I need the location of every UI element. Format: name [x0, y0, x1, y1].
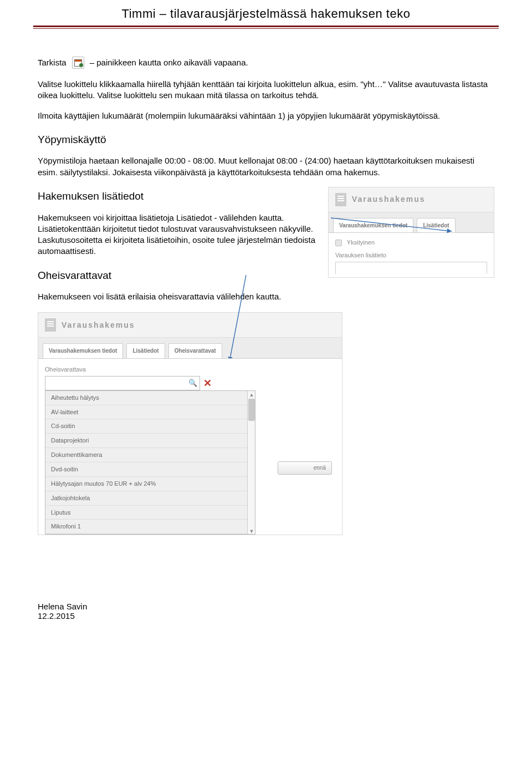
list-item[interactable]: Dataprojektori	[45, 434, 255, 448]
oheisvarattava-label: Oheisvarattava	[45, 365, 335, 374]
list-item[interactable]: Hälytysajan muutos 70 EUR + alv 24%	[45, 477, 255, 491]
author-name: Helena Savin	[38, 602, 532, 611]
intro-paragraph-1: Valitse luokittelu klikkaamalla hiirellä…	[38, 79, 494, 101]
tarkista-row: Tarkista – painikkeen kautta onko aikavä…	[38, 57, 494, 69]
tab-oheisvarattavat[interactable]: Oheisvarattavat	[168, 343, 222, 358]
oheisvarattava-combobox[interactable]: 🔍	[45, 376, 200, 390]
chevron-down-icon[interactable]: ▼	[249, 528, 254, 533]
yksityinen-checkbox[interactable]	[335, 240, 342, 246]
search-icon[interactable]: 🔍	[188, 379, 197, 388]
tab-varaushakemuksen-tiedot[interactable]: Varaushakemuksen tiedot	[43, 343, 123, 358]
list-item[interactable]: Cd-soitin	[45, 419, 255, 434]
panel-title: Varaushakemus	[62, 320, 135, 330]
clear-icon[interactable]: ✕	[203, 377, 212, 390]
footer-date: 12.2.2015	[38, 611, 532, 621]
list-item[interactable]: Aiheutettu hälytys	[45, 391, 255, 405]
yopymiskaytto-heading: Yöpymiskäyttö	[38, 133, 494, 147]
document-icon	[45, 318, 56, 332]
tab-lisatiedot[interactable]: Lisätiedot	[126, 343, 165, 358]
list-item[interactable]: Liputus	[45, 506, 255, 520]
tab-varaushakemuksen-tiedot[interactable]: Varaushakemuksen tiedot	[333, 218, 413, 233]
intro-paragraph-2: Ilmoita käyttäjien lukumäärät (molempiin…	[38, 110, 494, 121]
calendar-check-icon[interactable]	[72, 57, 84, 69]
yksityinen-label: Yksityinen	[347, 239, 375, 246]
oheisvarattavat-paragraph: Hakemukseen voi lisätä erilaisia oheisva…	[38, 291, 494, 302]
tarkista-after: – painikkeen kautta onko aikaväli vapaan…	[90, 57, 248, 68]
tarkista-label: Tarkista	[38, 57, 66, 68]
varaushakemus-panel-lisatiedot: Varaushakemus Varaushakemuksen tiedot Li…	[328, 187, 494, 278]
varauksen-lisatieto-label: Varauksen lisätieto	[335, 251, 487, 260]
list-item[interactable]: Jatkojohtokela	[45, 491, 255, 506]
tab-lisatiedot[interactable]: Lisätiedot	[417, 218, 455, 233]
panel-title: Varaushakemus	[352, 194, 426, 205]
scrollbar[interactable]: ▲ ▼	[247, 391, 255, 534]
page-title: Timmi – tilavarausjärjestelmässä hakemuk…	[0, 7, 532, 21]
list-item[interactable]: AV-laitteet	[45, 405, 255, 420]
list-item[interactable]: Mikrofoni 1	[45, 520, 255, 534]
lisatieto-textarea[interactable]	[335, 262, 487, 274]
yopymiskaytto-paragraph: Yöpymistiloja haetaan kellonajalle 00:00…	[38, 155, 494, 178]
chevron-up-icon[interactable]: ▲	[249, 391, 254, 397]
partial-button[interactable]: ennä	[278, 461, 332, 475]
varaushakemus-panel-oheisvarattavat: Varaushakemus Varaushakemuksen tiedot Li…	[38, 312, 342, 535]
list-item[interactable]: Dvd-soitin	[45, 462, 255, 477]
document-icon	[335, 193, 346, 206]
list-item[interactable]: Dokumenttikamera	[45, 448, 255, 462]
oheisvarattava-dropdown[interactable]: Aiheutettu hälytys AV-laitteet Cd-soitin…	[45, 390, 255, 535]
